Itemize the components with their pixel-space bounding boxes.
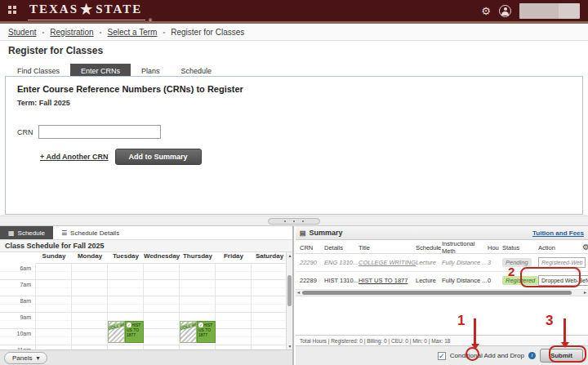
list-icon: ☰ xyxy=(61,229,67,237)
chevron-down-icon: ▾ xyxy=(36,354,39,362)
scroll-left-icon[interactable]: ◄ xyxy=(296,290,301,295)
scroll-up-icon[interactable]: ▲ xyxy=(287,253,292,258)
breadcrumb-current: Register for Classes xyxy=(171,28,244,37)
schedule-tab-label: Schedule xyxy=(18,229,45,237)
scroll-down-icon[interactable]: ▼ xyxy=(287,344,292,349)
breadcrumb: Student • Registration • Select a Term •… xyxy=(0,24,588,41)
table-settings-gear-icon[interactable]: ⚙ xyxy=(582,243,588,251)
cell-hours: 3 xyxy=(488,259,502,266)
col-hours: Hou xyxy=(488,244,502,251)
action-dropdown-dropped-web[interactable]: Dropped Web-Befor... xyxy=(538,275,588,286)
texas-state-logo[interactable]: TEXAS ★ STATE ® xyxy=(28,1,145,20)
schedule-panel: ▦ Schedule ☰ Schedule Details Class Sche… xyxy=(0,226,294,365)
col-crn: CRN xyxy=(300,244,324,251)
schedule-details-tab-label: Schedule Details xyxy=(70,229,119,237)
tuition-and-fees-link[interactable]: Tuition and Fees xyxy=(532,229,584,237)
breadcrumb-registration[interactable]: Registration xyxy=(50,28,93,37)
day-header-monday: Monday xyxy=(72,252,108,263)
breadcrumb-separator: • xyxy=(163,29,165,36)
time-label-11am: 11am xyxy=(0,347,31,349)
col-details: Details xyxy=(324,244,359,251)
cell-hours: 0 xyxy=(488,277,502,284)
cell-method: Fully Distance ... xyxy=(442,259,488,266)
time-label-9am: 9am xyxy=(0,314,31,320)
registered-class-block[interactable]: ✓HIST US TO 1877 xyxy=(197,321,216,343)
weekly-calendar: Sunday Monday Tuesday Wednesday Thursday… xyxy=(0,252,292,349)
info-icon[interactable]: i xyxy=(528,352,536,359)
day-header-saturday: Saturday xyxy=(252,252,287,263)
day-header-friday: Friday xyxy=(216,252,252,263)
action-dropdown-registered-web[interactable]: Registered-Web xyxy=(538,257,586,268)
col-method: Instructional Meth xyxy=(442,240,488,255)
summary-icon: ▤ xyxy=(300,229,306,237)
col-schedule: Schedule xyxy=(416,244,442,251)
status-badge-pending: Pending xyxy=(502,258,532,267)
col-title: Title xyxy=(359,244,416,251)
cell-details: HIST 1310... xyxy=(324,277,359,284)
tab-schedule-details[interactable]: ☰ Schedule Details xyxy=(53,226,127,239)
calendar-event-thursday[interactable]: COLL WRITIN ✓HIST US TO 1877 xyxy=(180,321,216,343)
cell-crn: 22289 xyxy=(300,277,324,284)
crn-panel-heading: Enter Course Reference Numbers (CRNs) to… xyxy=(17,84,571,94)
logo-text-right: STATE xyxy=(96,2,142,16)
conditional-add-drop-checkbox[interactable]: ✓ xyxy=(438,352,446,360)
star-icon: ★ xyxy=(80,1,94,18)
scroll-right-icon[interactable]: ► xyxy=(583,290,587,295)
user-profile-icon[interactable] xyxy=(499,5,511,17)
summary-row-eng: 22290 ENG 1310... COLLEGE WRITING I Lect… xyxy=(296,254,588,272)
pending-class-block[interactable]: COLL WRITIN xyxy=(108,321,125,343)
cell-title-link[interactable]: HIST US TO 1877 xyxy=(359,277,416,284)
status-badge-registered: Registered xyxy=(502,276,538,285)
time-label-6am: 6am xyxy=(0,265,31,271)
panels-button[interactable]: Panels ▾ xyxy=(4,352,47,364)
breadcrumb-select-a-term[interactable]: Select a Term xyxy=(107,28,157,37)
calendar-grid xyxy=(0,264,287,349)
term-label: Term: Fall 2025 xyxy=(17,99,571,107)
col-action: Action xyxy=(538,244,586,251)
day-header-wednesday: Wednesday xyxy=(144,252,180,263)
cell-method: Fully Distance ... xyxy=(442,277,488,284)
user-name-redacted[interactable] xyxy=(519,3,580,19)
day-header-sunday: Sunday xyxy=(36,252,72,263)
time-label-8am: 8am xyxy=(0,298,31,304)
register-for-classes-page: TEXAS ★ STATE ® ⚙ Student • Registration… xyxy=(0,0,588,365)
breadcrumb-student[interactable]: Student xyxy=(8,28,36,37)
conditional-add-drop-label: Conditional Add and Drop xyxy=(450,352,524,359)
total-hours-bar: Total Hours | Registered: 0 | Billing: 0… xyxy=(296,335,588,345)
scrollbar-thumb[interactable] xyxy=(302,291,572,295)
crn-input[interactable] xyxy=(38,125,161,139)
split-drag-handle[interactable] xyxy=(268,218,320,225)
top-header-bar: TEXAS ★ STATE ® ⚙ xyxy=(0,0,588,21)
time-label-7am: 7am xyxy=(0,282,31,287)
cell-details: ENG 1310... xyxy=(324,259,359,266)
page-title: Register for Classes xyxy=(8,45,103,56)
add-to-summary-button[interactable]: Add to Summary xyxy=(115,149,202,165)
app-menu-icon[interactable] xyxy=(8,6,18,16)
cell-schedule: Lecture xyxy=(416,277,442,284)
summary-action-bar: ✓ Conditional Add and Drop i Submit xyxy=(296,345,588,365)
crn-field-label: CRN xyxy=(17,128,33,136)
class-schedule-title: Class Schedule for Fall 2025 xyxy=(0,240,292,252)
summary-panel: ▤ Summary Tuition and Fees CRN Details T… xyxy=(296,226,588,365)
gear-icon[interactable]: ⚙ xyxy=(481,6,491,16)
cell-schedule: Lecture xyxy=(416,259,442,266)
summary-empty-space xyxy=(296,296,588,335)
cell-crn: 22290 xyxy=(300,259,324,266)
calendar-scrollbar[interactable]: ▲ ▼ xyxy=(286,252,292,349)
time-label-10am: 10am xyxy=(0,331,31,336)
breadcrumb-separator: • xyxy=(42,29,44,36)
pending-class-block[interactable]: COLL WRITIN xyxy=(180,321,197,343)
summary-title: Summary xyxy=(310,229,343,237)
registered-class-block[interactable]: ✓HIST US TO 1877 xyxy=(125,321,144,343)
summary-horizontal-scrollbar[interactable]: ◄ ► xyxy=(296,290,588,296)
add-another-crn-link[interactable]: + Add Another CRN xyxy=(40,153,109,161)
calendar-icon: ▦ xyxy=(8,229,15,237)
cell-title-link[interactable]: COLLEGE WRITING I xyxy=(359,259,416,266)
scrollbar-thumb[interactable] xyxy=(287,275,292,306)
day-header-tuesday: Tuesday xyxy=(108,252,144,263)
day-header-thursday: Thursday xyxy=(180,252,216,263)
submit-button[interactable]: Submit xyxy=(540,349,583,363)
tab-schedule-view[interactable]: ▦ Schedule xyxy=(0,226,53,239)
calendar-event-tuesday[interactable]: COLL WRITIN ✓HIST US TO 1877 xyxy=(108,321,144,343)
breadcrumb-separator: • xyxy=(100,29,102,36)
